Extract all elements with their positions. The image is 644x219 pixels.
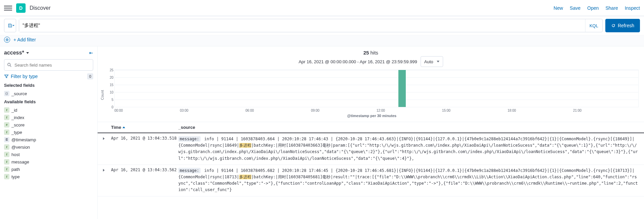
svg-line-1 — [10, 66, 11, 67]
field-item[interactable]: t_id — [4, 106, 93, 114]
cell-time: Apr 16, 2021 @ 13:04:33.518 — [111, 136, 178, 162]
query-language-switch[interactable]: KQL — [585, 19, 602, 32]
y-tick: 20 — [110, 76, 113, 79]
histogram-chart[interactable]: Count 0510152025 00:0003:0006:0009:0012:… — [98, 70, 644, 122]
fields-sidebar: access* ⇤ Filter by type 0 Selected fiel… — [0, 46, 98, 219]
y-tick: 10 — [110, 90, 113, 94]
available-fields-title: Available fields — [4, 99, 93, 104]
top-link-inspect[interactable]: Inspect — [625, 5, 640, 11]
y-tick: 25 — [110, 68, 113, 72]
filter-options-icon[interactable]: ⊕ — [4, 37, 10, 43]
field-name: host — [11, 152, 20, 157]
x-tick: 03:00 — [180, 109, 246, 112]
query-input[interactable] — [19, 19, 585, 32]
field-type-icon: ⟨⟩ — [4, 91, 9, 96]
y-tick: 5 — [111, 98, 113, 102]
field-item[interactable]: tpath — [4, 166, 93, 173]
x-axis-label: @timestamp per 30 minutes — [105, 112, 639, 120]
app-logo[interactable]: D — [16, 3, 26, 13]
chevron-down-icon — [26, 52, 29, 54]
saved-query-button[interactable] — [4, 19, 16, 32]
field-type-icon: t — [4, 167, 9, 172]
field-type-icon: t — [4, 174, 9, 179]
field-item[interactable]: t_type — [4, 129, 93, 136]
filter-by-type-button[interactable]: Filter by type — [4, 74, 38, 79]
search-highlight: 多进程 — [239, 175, 251, 179]
top-link-save[interactable]: Save — [570, 5, 580, 11]
field-type-icon: 🗓 — [4, 137, 9, 142]
column-time[interactable]: Time — [111, 125, 178, 130]
field-type-icon: t — [4, 107, 9, 113]
filter-by-type-label: Filter by type — [11, 74, 38, 79]
column-source[interactable]: _source — [178, 125, 639, 130]
cell-source: message: info | 91144 | 1603878403.664 |… — [178, 136, 639, 162]
top-link-new[interactable]: New — [553, 5, 563, 11]
index-pattern-label: access* — [4, 50, 24, 56]
field-name: type — [11, 174, 20, 179]
expand-row-icon[interactable] — [103, 136, 111, 162]
field-item[interactable]: t_index — [4, 114, 93, 121]
field-name: message — [11, 159, 29, 165]
field-item[interactable]: ⟨⟩_source — [4, 90, 93, 97]
field-item[interactable]: #_score — [4, 121, 93, 129]
interval-selected: Auto — [424, 59, 433, 64]
hits-row: 25 hits — [98, 46, 644, 56]
field-type-icon: t — [4, 115, 9, 120]
interval-select[interactable]: Auto — [421, 56, 443, 67]
x-tick: 06:00 — [246, 109, 311, 112]
histogram-bar[interactable] — [398, 70, 406, 107]
x-tick: 21:00 — [573, 109, 639, 112]
refresh-button[interactable]: Refresh — [605, 19, 640, 32]
field-name: path — [11, 167, 20, 172]
field-search-input[interactable] — [14, 62, 90, 68]
top-link-share[interactable]: Share — [606, 5, 618, 11]
y-axis-label: Count — [100, 70, 105, 120]
field-item[interactable]: ttype — [4, 173, 93, 180]
collapse-sidebar-icon[interactable]: ⇤ — [89, 50, 93, 56]
cell-time: Apr 16, 2021 @ 13:04:33.562 — [111, 168, 178, 193]
top-bar: D Discover NewSaveOpenShareInspect — [0, 0, 644, 16]
search-highlight: 多进程 — [239, 143, 251, 148]
filter-bar: ⊕ + Add filter — [0, 35, 644, 46]
hits-label: hits — [370, 50, 378, 56]
field-name: _source — [11, 91, 27, 96]
field-type-icon: t — [4, 159, 9, 165]
results-panel: 25 hits Apr 16, 2021 @ 00:00:00.000 - Ap… — [98, 46, 644, 219]
svg-point-0 — [8, 63, 10, 66]
field-item[interactable]: thost — [4, 151, 93, 158]
table-body: Apr 16, 2021 @ 13:04:33.518message: info… — [98, 133, 644, 196]
field-item[interactable]: t@version — [4, 143, 93, 151]
field-name: _index — [11, 115, 24, 120]
field-name: _type — [11, 130, 22, 135]
field-item[interactable]: tmessage — [4, 158, 93, 166]
y-tick: 0 — [111, 105, 113, 109]
field-name: _id — [11, 108, 17, 113]
field-name: @timestamp — [11, 137, 36, 142]
field-name: @version — [11, 145, 30, 150]
disk-icon — [8, 23, 12, 28]
field-search[interactable] — [4, 59, 93, 71]
x-tick: 18:00 — [508, 109, 573, 112]
top-link-open[interactable]: Open — [587, 5, 599, 11]
add-filter-button[interactable]: + Add filter — [13, 37, 36, 42]
expand-row-icon[interactable] — [103, 168, 111, 193]
hit-count: 25 — [363, 50, 369, 56]
nav-toggle-icon[interactable] — [4, 4, 12, 12]
field-type-icon: # — [4, 122, 9, 127]
filter-by-type-count: 0 — [87, 73, 93, 79]
field-type-icon: t — [4, 130, 9, 135]
field-name: _score — [11, 122, 25, 127]
refresh-icon — [611, 23, 616, 28]
field-type-icon: t — [4, 152, 9, 157]
x-tick: 09:00 — [311, 109, 377, 112]
plot-area: 0510152025 — [114, 70, 639, 107]
page-title: Discover — [30, 5, 50, 11]
query-input-wrap: KQL — [19, 19, 603, 32]
table-row: Apr 16, 2021 @ 13:04:33.518message: info… — [98, 133, 644, 165]
column-time-label: Time — [111, 125, 121, 130]
field-item[interactable]: 🗓@timestamp — [4, 136, 93, 143]
main: access* ⇤ Filter by type 0 Selected fiel… — [0, 46, 644, 219]
index-pattern-switch[interactable]: access* — [4, 50, 29, 56]
query-bar: KQL Refresh — [0, 16, 644, 35]
x-tick: 00:00 — [114, 109, 180, 112]
